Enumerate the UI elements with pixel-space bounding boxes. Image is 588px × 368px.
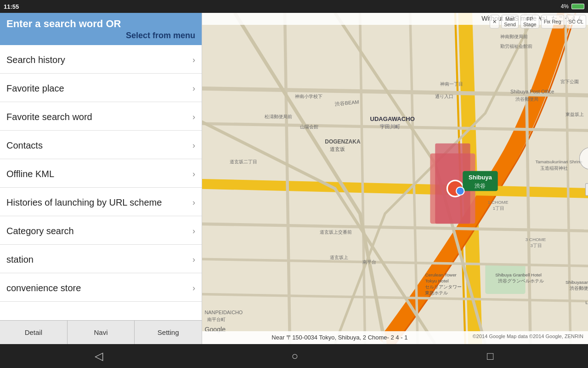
arrow-icon-convenience-store: › [192, 283, 195, 293]
nav-bar: ◁ ○ □ [0, 344, 588, 368]
svg-text:DOGENZAKA: DOGENZAKA [325, 138, 361, 145]
svg-text:渋谷: 渋谷 [475, 183, 486, 189]
status-time: 11:55 [4, 3, 19, 10]
menu-item-contacts[interactable]: Contacts› [0, 131, 202, 159]
svg-text:勤労福祉会館前: 勤労福祉会館前 [500, 44, 532, 49]
arrow-icon-offline-kml: › [192, 169, 195, 179]
left-panel: Enter a search word OR Select from menu … [0, 13, 202, 344]
location-bar: Near 〒150-0034 Tokyo, Shibuya, 2 Chome- … [202, 331, 588, 344]
svg-text:神南郵便局前: 神南郵便局前 [500, 34, 528, 39]
svg-text:セルリアンタワー: セルリアンタワー [425, 284, 462, 289]
menu-item-favorite-place[interactable]: Favorite place› [0, 74, 202, 102]
svg-text:宇田川町: 宇田川町 [380, 124, 400, 129]
mail-icon[interactable]: MailSend [501, 15, 519, 29]
menu-item-label-contacts: Contacts [6, 140, 43, 151]
fp-icon[interactable]: FPStage [520, 15, 539, 29]
detail-button[interactable]: Detail [0, 321, 68, 344]
svg-text:3 CHOME: 3 CHOME [526, 237, 546, 242]
menu-item-search-history[interactable]: Search history› [0, 45, 202, 74]
menu-item-label-search-history: Search history [6, 55, 65, 65]
svg-text:渋谷郵便局: 渋谷郵便局 [570, 286, 588, 291]
setting-button[interactable]: Setting [135, 321, 202, 344]
arrow-icon-category-search: › [192, 226, 195, 236]
svg-text:Shibuya: Shibuya [469, 174, 492, 181]
svg-text:東益坂上: 東益坂上 [565, 112, 584, 117]
svg-text:神南小学校下: 神南小学校下 [295, 94, 322, 99]
svg-text:NANPEIDAICHO: NANPEIDAICHO [204, 310, 243, 315]
svg-text:通り入口: 通り入口 [435, 94, 453, 99]
menu-item-label-category-search: Category search [6, 226, 74, 236]
svg-text:Life Shibu: Life Shibu [586, 300, 588, 305]
main-area: Enter a search word OR Select from menu … [0, 13, 588, 344]
menu-item-convenience-store[interactable]: convenience store› [0, 273, 202, 302]
svg-text:Shibuyasan Post Office: Shibuyasan Post Office [565, 280, 588, 285]
recent-button[interactable]: □ [473, 346, 508, 366]
menu-item-label-convenience-store: convenience store [6, 283, 81, 293]
svg-text:東急ホテル: 東急ホテル [425, 290, 448, 295]
svg-text:山陽会館: 山陽会館 [300, 124, 318, 129]
battery-pct: 4% [561, 3, 569, 10]
svg-text:1丁目: 1丁目 [493, 206, 504, 211]
svg-text:渋谷郵便局: 渋谷郵便局 [515, 97, 538, 102]
status-right: 4% [561, 3, 584, 10]
svg-text:Shibuya Post Office: Shibuya Post Office [510, 89, 554, 94]
sc-icon[interactable]: SC CL [566, 15, 586, 29]
map-svg: Shibuya 渋谷 渋谷BEAM 神南小学校下 松濤郵便局前 山陽会館 DOG… [202, 13, 588, 344]
svg-text:3丁目: 3丁目 [531, 243, 542, 248]
search-line2: Select from menu [6, 31, 195, 40]
arrow-icon-url-scheme-histories: › [192, 198, 195, 207]
svg-text:Tamatsukuriinari Shrine: Tamatsukuriinari Shrine [535, 159, 582, 164]
status-bar: 11:55 4% [0, 0, 588, 13]
arrow-icon-station: › [192, 255, 195, 264]
menu-item-favorite-search-word[interactable]: Favorite search word› [0, 102, 202, 131]
search-line1: Enter a search word OR [6, 18, 195, 30]
arrow-icon-contacts: › [192, 141, 195, 150]
svg-text:Tokyu Hotel: Tokyu Hotel [425, 278, 448, 283]
copyright-text: ©2014 Google Map data ©2014 Google, ZENR… [473, 334, 583, 342]
svg-text:南平台町: 南平台町 [207, 317, 226, 322]
arrow-icon-favorite-search-word: › [192, 112, 195, 122]
arrow-icon-favorite-place: › [192, 84, 195, 93]
menu-list: Search history›Favorite place›Favorite s… [0, 45, 202, 320]
svg-text:玉造稲荷神社: 玉造稲荷神社 [540, 166, 568, 171]
svg-text:道玄坂上交番前: 道玄坂上交番前 [320, 230, 352, 235]
svg-text:南平台: 南平台 [362, 259, 376, 264]
svg-text:Cerulean Tower: Cerulean Tower [425, 272, 457, 277]
svg-text:Shibuya Granbell Hotel: Shibuya Granbell Hotel [495, 272, 542, 277]
bottom-buttons: Detail Navi Setting [0, 320, 202, 344]
menu-item-station[interactable]: station› [0, 245, 202, 273]
menu-item-label-url-scheme-histories: Histories of launching by URL scheme [6, 197, 162, 208]
fix-icon[interactable]: Fix Reg [541, 15, 564, 29]
menu-item-label-station: station [6, 254, 34, 265]
svg-point-10 [456, 187, 464, 195]
svg-text:神南一丁目: 神南一丁目 [440, 81, 463, 86]
svg-text:1 CHOME: 1 CHOME [488, 200, 509, 205]
top-icons: ✕ MailSend FPStage Fix Reg SC CL [490, 15, 586, 29]
svg-text:UDAGAWACHO: UDAGAWACHO [370, 115, 414, 122]
menu-item-label-favorite-search-word: Favorite search word [6, 112, 92, 122]
location-text: Near 〒150-0034 Tokyo, Shibuya, 2 Chome- … [207, 334, 473, 342]
search-header[interactable]: Enter a search word OR Select from menu [0, 13, 202, 45]
close-icon[interactable]: ✕ [490, 15, 499, 29]
svg-text:渋谷グランベルホテル: 渋谷グランベルホテル [498, 278, 544, 283]
menu-item-label-favorite-place: Favorite place [6, 83, 64, 94]
svg-text:松濤郵便局前: 松濤郵便局前 [265, 114, 292, 119]
map-area[interactable]: Without GPS mode やしたこうえん ✕ MailSend FPSt… [202, 13, 588, 344]
menu-item-label-offline-kml: Offline KML [6, 169, 54, 179]
arrow-icon-search-history: › [192, 55, 195, 65]
svg-text:宮下公園: 宮下公園 [560, 79, 579, 84]
svg-text:道玄坂: 道玄坂 [330, 146, 345, 152]
svg-text:道玄坂上: 道玄坂上 [330, 255, 348, 260]
menu-item-offline-kml[interactable]: Offline KML› [0, 159, 202, 188]
menu-item-category-search[interactable]: Category search› [0, 216, 202, 245]
battery-icon [571, 4, 584, 9]
home-button[interactable]: ○ [278, 346, 312, 366]
svg-text:道玄坂二丁目: 道玄坂二丁目 [230, 159, 257, 164]
navi-button[interactable]: Navi [68, 321, 135, 344]
menu-item-url-scheme-histories[interactable]: Histories of launching by URL scheme› [0, 188, 202, 216]
back-button[interactable]: ◁ [81, 346, 117, 366]
